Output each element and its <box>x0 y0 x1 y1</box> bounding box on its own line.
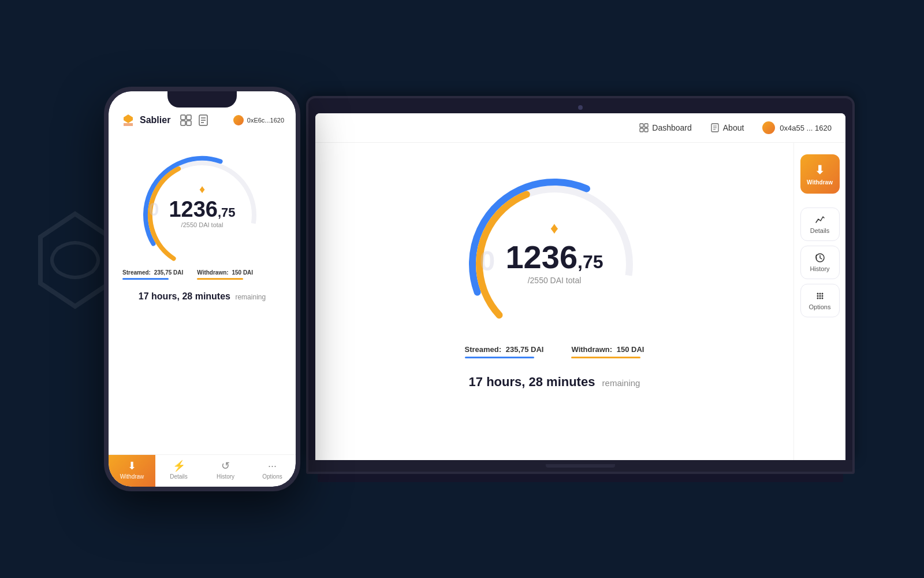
phone-withdrawn-stat: Withdrawn: 150 DAI <box>197 269 253 280</box>
phone-streamed-stat: Streamed: 235,75 DAI <box>122 269 183 280</box>
laptop-history-button[interactable]: History <box>800 246 840 279</box>
phone-body: Sablier <box>104 87 300 491</box>
svg-rect-3 <box>187 121 191 125</box>
svg-point-24 <box>819 293 821 295</box>
wallet-avatar-phone <box>233 115 244 125</box>
phone-streamed-bar <box>122 278 169 280</box>
svg-rect-0 <box>181 115 185 120</box>
laptop-remaining: 17 hours, 28 minutes remaining <box>469 375 640 390</box>
laptop-withdrawn-stat: Withdrawn: 150 DAI <box>571 345 644 358</box>
dashboard-icon-phone[interactable] <box>180 114 192 127</box>
phone-withdrawn-label: Withdrawn: 150 DAI <box>197 269 253 276</box>
phone-gauge: 0 ♦ 1236,75 /2550 DAI total <box>133 146 271 261</box>
phone-screen: Sablier <box>109 91 296 487</box>
svg-point-25 <box>821 293 823 295</box>
laptop-camera <box>578 105 583 110</box>
laptop-nav: Dashboard About <box>639 123 744 132</box>
phone-nav-history[interactable]: ↺ History <box>202 455 249 487</box>
laptop-withdrawn-bar <box>571 357 640 358</box>
svg-rect-13 <box>640 128 643 132</box>
phone-nav-details[interactable]: ⚡ Details <box>155 455 202 487</box>
laptop-bottom-edge <box>318 474 843 482</box>
phone-gauge-shadow: 0 <box>148 199 159 220</box>
phone-gauge-value: 1236,75 <box>169 198 235 220</box>
history-icon-laptop <box>815 253 825 263</box>
history-icon-phone: ↺ <box>221 461 230 471</box>
laptop-options-button[interactable]: Options <box>800 284 840 317</box>
svg-rect-12 <box>644 124 648 127</box>
svg-rect-14 <box>644 128 648 132</box>
laptop-base <box>306 460 855 474</box>
laptop-device: Dashboard About <box>306 96 855 482</box>
laptop-details-button[interactable]: Details <box>800 208 840 241</box>
phone-withdrawn-bar <box>197 278 243 280</box>
laptop-gauge-value: 1236,75 <box>505 241 603 273</box>
laptop-gauge-shadow: 0 <box>479 245 495 277</box>
phone-gauge-center: 0 ♦ 1236,75 /2550 DAI total <box>169 183 235 228</box>
phone-gauge-total: /2550 DAI total <box>169 221 235 228</box>
svg-point-23 <box>817 293 818 295</box>
laptop-nav-dashboard[interactable]: Dashboard <box>639 123 692 132</box>
laptop-withdrawn-label: Withdrawn: 150 DAI <box>571 345 644 354</box>
svg-point-31 <box>821 298 823 299</box>
laptop-topbar: Dashboard About <box>315 113 845 143</box>
withdraw-icon-laptop: ⬇ <box>815 163 825 177</box>
phone-stats-row: Streamed: 235,75 DAI Withdrawn: 150 DAI <box>120 269 284 280</box>
details-icon-laptop <box>815 214 825 225</box>
options-icon-phone: ··· <box>268 461 277 471</box>
laptop-nav-about[interactable]: About <box>710 123 744 132</box>
laptop-streamed-stat: Streamed: 235,75 DAI <box>465 345 544 358</box>
svg-point-26 <box>817 295 818 297</box>
phone-remaining: 17 hours, 28 minutes remaining <box>139 291 266 302</box>
phone-header-icons <box>180 114 210 127</box>
phone-logo: Sablier <box>120 112 170 128</box>
phone-content: 0 ♦ 1236,75 /2550 DAI total Streame <box>109 134 296 454</box>
svg-point-30 <box>819 298 821 299</box>
laptop-content: 0 ♦ 1236,75 /2550 DAI total <box>315 143 793 460</box>
laptop-main: 0 ♦ 1236,75 /2550 DAI total <box>315 143 845 460</box>
laptop-frame: Dashboard About <box>306 96 855 460</box>
phone-nav-options[interactable]: ··· Options <box>249 455 296 487</box>
phone-device: Sablier <box>104 87 300 491</box>
svg-rect-11 <box>640 124 643 127</box>
svg-rect-1 <box>187 115 191 120</box>
laptop-hinge <box>546 464 615 468</box>
laptop-screen: Dashboard About <box>315 113 845 460</box>
phone-diamond-icon: ♦ <box>169 183 235 196</box>
phone-notch <box>167 91 237 108</box>
laptop-gauge-center: 0 ♦ 1236,75 /2550 DAI total <box>505 219 603 285</box>
svg-point-29 <box>817 298 818 299</box>
details-icon-phone: ⚡ <box>173 461 185 471</box>
options-icon-laptop <box>815 291 825 301</box>
phone-nav-withdraw[interactable]: ⬇ Withdraw <box>109 455 155 487</box>
laptop-wallet-address[interactable]: 0x4a55 ... 1620 <box>762 121 832 134</box>
document-icon-laptop <box>710 123 720 132</box>
laptop-gauge: 0 ♦ 1236,75 /2550 DAI total <box>450 160 658 334</box>
sablier-logo-icon <box>120 112 136 128</box>
phone-wallet-address[interactable]: 0xE6c...1620 <box>233 115 284 125</box>
svg-rect-2 <box>181 121 185 125</box>
laptop-stats-row: Streamed: 235,75 DAI Withdrawn: 150 DAI <box>465 345 644 358</box>
laptop-withdraw-button[interactable]: ⬇ Withdraw <box>800 154 840 194</box>
document-icon-phone[interactable] <box>197 114 210 127</box>
laptop-sidebar: ⬇ Withdraw Details <box>793 143 845 460</box>
svg-point-28 <box>821 295 823 297</box>
svg-point-27 <box>819 295 821 297</box>
laptop-streamed-bar <box>465 357 534 358</box>
withdraw-icon-phone: ⬇ <box>128 461 136 471</box>
laptop-diamond-icon: ♦ <box>505 219 603 238</box>
wallet-avatar-laptop <box>762 121 775 134</box>
phone-streamed-label: Streamed: 235,75 DAI <box>122 269 183 276</box>
phone-bottom-nav: ⬇ Withdraw ⚡ Details ↺ History ··· Optio… <box>109 454 296 487</box>
phone-app-name: Sablier <box>140 115 170 125</box>
laptop-streamed-label: Streamed: 235,75 DAI <box>465 345 544 354</box>
laptop-gauge-total: /2550 DAI total <box>505 276 603 285</box>
laptop-body: Dashboard About <box>306 96 855 482</box>
dashboard-icon-laptop <box>639 123 649 132</box>
